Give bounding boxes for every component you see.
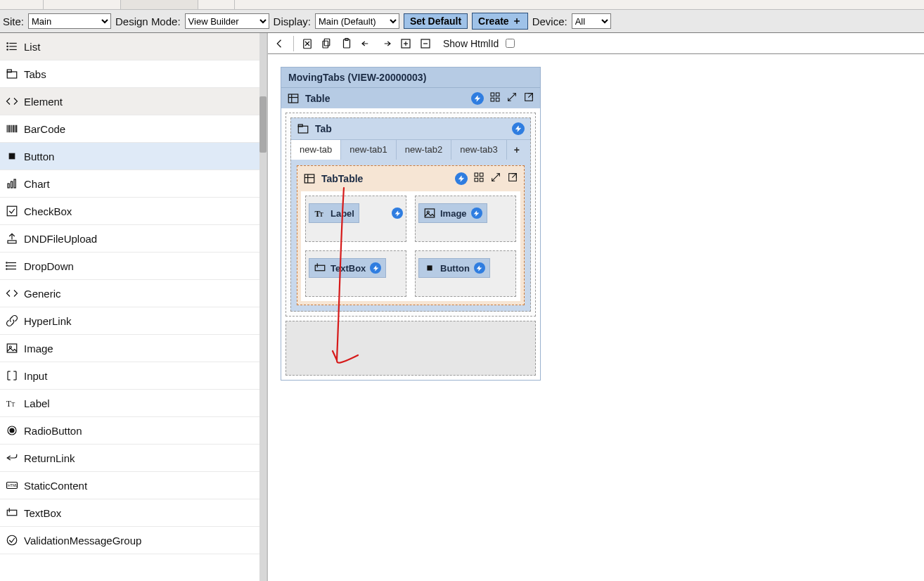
sidebar-item-returnlink[interactable]: ReturnLink	[0, 445, 259, 472]
zap-icon[interactable]	[471, 208, 482, 219]
scroll-thumb[interactable]	[259, 96, 267, 153]
sidebar-item-staticcontent[interactable]: HTMLStaticContent	[0, 472, 259, 499]
zap-icon[interactable]	[471, 92, 484, 105]
main-toolbar: Site: Main Design Mode: View Builder Dis…	[0, 10, 924, 33]
label-widget: TT Label	[309, 203, 359, 223]
zap-icon[interactable]	[474, 262, 485, 274]
table-label: Table	[305, 93, 331, 104]
svg-point-27	[6, 265, 8, 267]
tab-icon	[297, 122, 309, 135]
sidebar-item-label: CheckBox	[24, 205, 72, 217]
expand-diag-icon[interactable]	[506, 91, 518, 105]
sidebar-scrollbar[interactable]	[259, 33, 267, 581]
sidebar-item-radiobutton[interactable]: RadioButton	[0, 417, 259, 445]
paste-icon[interactable]	[338, 34, 356, 53]
sidebar-item-tabs[interactable]: Tabs	[0, 60, 259, 88]
code-icon	[6, 287, 18, 300]
tab-stub[interactable]	[44, 0, 121, 9]
site-label: Site:	[3, 15, 24, 27]
sidebar-item-image[interactable]: Image	[0, 335, 259, 362]
svg-rect-29	[7, 344, 17, 352]
grid-icon[interactable]	[473, 172, 485, 185]
show-htmlid-checkbox[interactable]	[506, 39, 515, 48]
tab-stub[interactable]	[121, 0, 198, 9]
site-select[interactable]: Main	[28, 13, 111, 29]
zap-icon[interactable]	[392, 208, 403, 219]
table-cell[interactable]: Tab new-tab new-tab1 new-tab2 new-tab3 +	[285, 113, 536, 317]
sidebar-item-dndfileupload[interactable]: DNDFileUpload	[0, 225, 259, 253]
sidebar-item-label: Tabs	[24, 68, 46, 80]
tabtable-widget[interactable]: TabTable	[297, 165, 525, 305]
zap-icon[interactable]	[512, 122, 525, 135]
table-cell[interactable]: Image	[415, 196, 516, 242]
empty-drop-cell[interactable]	[285, 321, 536, 376]
create-button[interactable]: Create＋	[472, 13, 528, 30]
textbox-widget: TextBox	[309, 258, 386, 278]
add-box-icon[interactable]	[397, 34, 415, 53]
sidebar-item-list[interactable]: List	[0, 33, 259, 60]
tab-stub[interactable]	[198, 0, 235, 9]
copy-icon[interactable]	[318, 34, 336, 53]
zap-icon[interactable]	[370, 262, 381, 274]
sidebar-item-element[interactable]: Element	[0, 88, 259, 115]
tab-item[interactable]: new-tab3	[451, 140, 506, 160]
svg-rect-56	[491, 93, 494, 96]
set-default-button[interactable]: Set Default	[404, 13, 468, 29]
svg-rect-37	[7, 510, 17, 516]
tab-label: Tab	[315, 123, 332, 134]
table-cell[interactable]: TextBox	[305, 250, 406, 297]
svg-rect-43	[324, 39, 330, 46]
sidebar-item-textbox[interactable]: TextBox	[0, 499, 259, 527]
svg-rect-7	[7, 70, 11, 72]
design-canvas[interactable]: MovingTabs (VIEW-20000003) Table	[268, 54, 924, 581]
delete-icon[interactable]	[298, 34, 316, 53]
tab-widget[interactable]: Tab new-tab new-tab1 new-tab2 new-tab3 +	[290, 117, 531, 312]
sidebar-item-generic[interactable]: Generic	[0, 280, 259, 307]
radio-icon	[6, 424, 18, 437]
remove-box-icon[interactable]	[416, 34, 435, 53]
display-select[interactable]: Main (Default)	[315, 13, 399, 29]
chip-label: TextBox	[331, 263, 366, 274]
tab-item[interactable]: new-tab2	[397, 140, 451, 160]
svg-rect-19	[14, 179, 15, 188]
svg-rect-70	[475, 173, 478, 177]
tabtable-label: TabTable	[321, 173, 363, 184]
tab-item[interactable]: new-tab1	[341, 140, 396, 160]
svg-rect-16	[9, 153, 15, 159]
sidebar-item-label: Label	[24, 397, 50, 409]
svg-marker-55	[475, 95, 480, 101]
table-cell[interactable]: TT Label	[305, 196, 406, 242]
svg-line-62	[528, 94, 532, 98]
sidebar-item-checkbox[interactable]: CheckBox	[0, 198, 259, 225]
sidebar-item-chart[interactable]: Chart	[0, 170, 259, 198]
zap-icon[interactable]	[455, 172, 468, 185]
tab-stub[interactable]	[0, 0, 44, 9]
sidebar-item-button[interactable]: Button	[0, 143, 259, 170]
design-mode-select[interactable]: View Builder	[185, 13, 269, 29]
sidebar-item-input[interactable]: Input	[0, 362, 259, 390]
table-cell[interactable]: Button	[415, 250, 516, 297]
expand-diag-icon[interactable]	[490, 172, 501, 185]
table-header[interactable]: Table	[281, 87, 540, 108]
sidebar-item-hyperlink[interactable]: HyperLink	[0, 307, 259, 335]
grid-icon[interactable]	[489, 91, 501, 105]
sidebar-item-dropdown[interactable]: DropDown	[0, 253, 259, 280]
device-select[interactable]: All	[572, 13, 611, 29]
back-icon[interactable]	[271, 34, 289, 53]
tab-item[interactable]: new-tab	[291, 139, 341, 160]
open-external-icon[interactable]	[507, 172, 518, 185]
svg-rect-22	[8, 241, 16, 243]
barcode-icon	[6, 122, 18, 135]
sidebar-item-barcode[interactable]: BarCode	[0, 115, 259, 143]
svg-marker-87	[477, 265, 482, 271]
add-tab-button[interactable]: +	[507, 140, 527, 160]
view-widget[interactable]: MovingTabs (VIEW-20000003) Table	[281, 67, 541, 381]
open-external-icon[interactable]	[523, 91, 534, 105]
sidebar-item-validationmessagegroup[interactable]: ValidationMessageGroup	[0, 527, 259, 554]
sidebar-item-label[interactable]: TTLabel	[0, 390, 259, 417]
redo-icon[interactable]	[377, 34, 395, 53]
svg-marker-79	[395, 210, 400, 216]
label-icon: TT	[6, 397, 18, 409]
undo-icon[interactable]	[357, 34, 376, 53]
svg-marker-69	[458, 175, 464, 181]
